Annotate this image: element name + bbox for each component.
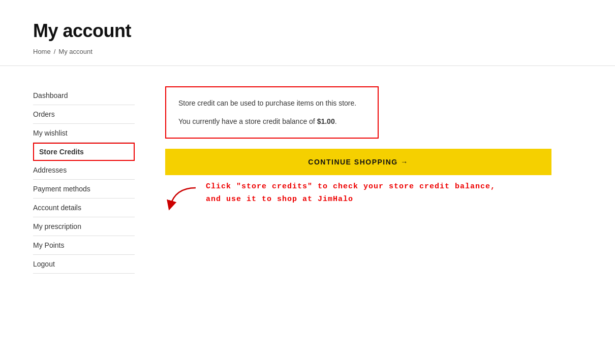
sidebar-item-payment-methods[interactable]: Payment methods bbox=[33, 180, 135, 198]
page-title: My account bbox=[33, 20, 582, 42]
breadcrumb-separator: / bbox=[54, 48, 56, 55]
store-credit-box: Store credit can be used to purchase ite… bbox=[165, 86, 379, 139]
store-credit-prefix: You currently have a store credit balanc… bbox=[178, 117, 317, 125]
main-content: Dashboard Orders My wishlist Store Credi… bbox=[0, 66, 615, 294]
annotation-line1: Click "store credits" to check your stor… bbox=[206, 180, 496, 193]
arrow-annotation: Click "store credits" to check your stor… bbox=[165, 180, 562, 213]
content-area: Store credit can be used to purchase ite… bbox=[165, 86, 562, 274]
sidebar-list: Dashboard Orders My wishlist Store Credi… bbox=[33, 86, 135, 274]
sidebar-item-addresses[interactable]: Addresses bbox=[33, 161, 135, 180]
store-credit-line1: Store credit can be used to purchase ite… bbox=[178, 97, 365, 109]
sidebar-item-dashboard[interactable]: Dashboard bbox=[33, 86, 135, 105]
sidebar-item-account-details[interactable]: Account details bbox=[33, 198, 135, 217]
continue-shopping-button[interactable]: CONTINUE SHOPPING → bbox=[165, 149, 551, 175]
arrow-icon bbox=[165, 183, 201, 213]
annotation-area: Click "store credits" to check your stor… bbox=[165, 180, 562, 213]
sidebar-item-wishlist[interactable]: My wishlist bbox=[33, 124, 135, 143]
store-credit-suffix: . bbox=[335, 117, 337, 125]
sidebar: Dashboard Orders My wishlist Store Credi… bbox=[33, 86, 135, 274]
breadcrumb-home[interactable]: Home bbox=[33, 48, 51, 55]
annotation-line2: and use it to shop at JimHalo bbox=[206, 193, 496, 206]
sidebar-item-logout[interactable]: Logout bbox=[33, 255, 135, 274]
sidebar-item-my-points[interactable]: My Points bbox=[33, 236, 135, 255]
page-header: My account Home / My account bbox=[0, 0, 615, 66]
annotation-text: Click "store credits" to check your stor… bbox=[206, 180, 496, 206]
breadcrumb: Home / My account bbox=[33, 48, 582, 55]
store-credit-balance: $1.00 bbox=[317, 117, 335, 125]
sidebar-item-store-credits[interactable]: Store Credits bbox=[33, 143, 135, 161]
breadcrumb-current: My account bbox=[58, 48, 92, 55]
sidebar-item-orders[interactable]: Orders bbox=[33, 105, 135, 124]
sidebar-item-my-prescription[interactable]: My prescription bbox=[33, 217, 135, 236]
store-credit-line2: You currently have a store credit balanc… bbox=[178, 116, 365, 127]
